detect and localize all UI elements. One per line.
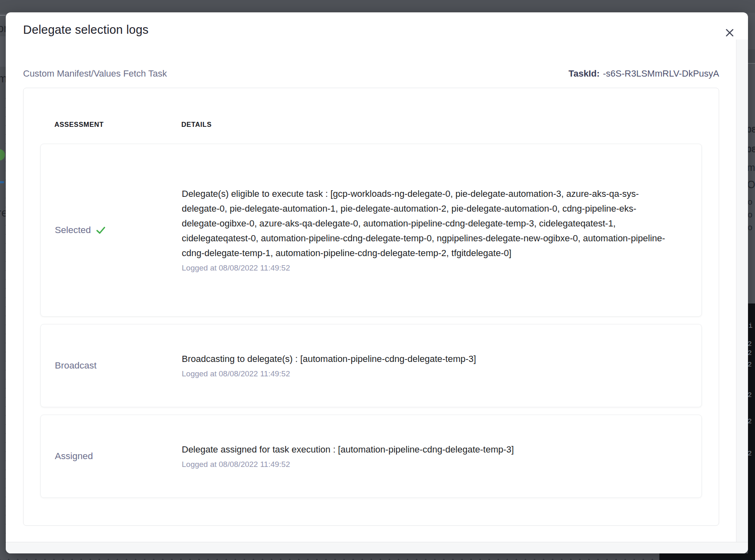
table-row: Broadcast Broadcasting to delegate(s) : … (40, 324, 702, 407)
logged-at-timestamp: Logged at 08/08/2022 11:49:52 (182, 459, 668, 470)
table-row: Assigned Delegate assigned for task exec… (40, 415, 702, 498)
background-divider (0, 15, 6, 16)
check-icon (96, 226, 106, 234)
console-text-fragment: i (748, 322, 753, 330)
delegate-selection-logs-modal: Delegate selection logs Custom Manifest/… (6, 12, 748, 553)
table-row: Selected Delegate(s) eligible to execute… (40, 144, 702, 317)
console-text-fragment: 2 (748, 391, 752, 399)
assessment-label: Selected (55, 225, 91, 236)
column-header-details: DETAILS (181, 121, 702, 128)
task-id-value: -s6S-R3LSMmRLV-DkPusyA (603, 68, 719, 79)
column-header-assessment: ASSESSMENT (40, 121, 181, 128)
console-text-fragment: 2 (748, 418, 752, 425)
assessment-cell: Selected (41, 225, 182, 236)
modal-subheader: Custom Manifest/Values Fetch Task TaskId… (23, 68, 719, 79)
pipeline-connector (0, 181, 4, 183)
details-text: Broadcasting to delegate(s) : [automatio… (182, 352, 668, 366)
background-text-fragment: O (747, 179, 755, 191)
details-text: Delegate assigned for task execution : [… (182, 442, 668, 457)
console-text-fragment: 2 (748, 450, 752, 457)
console-text-fragment: 2 (748, 340, 752, 348)
modal-footer (6, 542, 748, 553)
background-divider-right (748, 63, 755, 64)
modal-title: Delegate selection logs (23, 22, 148, 37)
details-cell: Broadcasting to delegate(s) : [automatio… (182, 352, 695, 380)
console-text-fragment: 2 (748, 349, 752, 357)
selection-logs-table: ASSESSMENT DETAILS Selected Delegate(s) … (23, 88, 719, 526)
assessment-label: Assigned (55, 451, 93, 462)
task-id-label: TaskId: (569, 68, 600, 79)
background-text-fragment: o (748, 197, 753, 207)
logged-at-timestamp: Logged at 08/08/2022 11:49:52 (182, 262, 668, 274)
background-panel-edge (0, 36, 6, 67)
background-text-fragment: o (748, 222, 753, 232)
background-panel-edge-right (748, 49, 755, 63)
details-text: Delegate(s) eligible to execute task : [… (182, 187, 668, 261)
modal-scrollbar[interactable] (736, 40, 748, 542)
details-cell: Delegate(s) eligible to execute task : [… (182, 187, 695, 274)
background-text-fragment: 08 (747, 145, 755, 154)
background-topbar (0, 0, 755, 13)
task-id: TaskId:-s6S-R3LSMmRLV-DkPusyA (569, 68, 719, 79)
logged-at-timestamp: Logged at 08/08/2022 11:49:52 (182, 368, 668, 380)
pipeline-canvas-dots-bottom (0, 553, 659, 560)
details-cell: Delegate assigned for task execution : [… (182, 442, 695, 470)
background-text-fragment: m (747, 162, 755, 173)
table-header-row: ASSESSMENT DETAILS (40, 88, 702, 144)
assessment-cell: Assigned (41, 451, 182, 462)
assessment-cell: Broadcast (41, 360, 182, 371)
background-text-fragment: o (748, 210, 753, 219)
task-name: Custom Manifest/Values Fetch Task (23, 68, 167, 79)
pipeline-canvas-dots-left (0, 91, 6, 560)
close-icon (724, 27, 735, 38)
console-text-fragment: 2 (748, 361, 752, 369)
modal-header: Delegate selection logs (6, 12, 748, 52)
console-panel-bottom (659, 553, 755, 560)
table-body: Selected Delegate(s) eligible to execute… (23, 144, 719, 498)
assessment-label: Broadcast (55, 360, 96, 371)
background-text-fragment: 08 (747, 125, 755, 135)
